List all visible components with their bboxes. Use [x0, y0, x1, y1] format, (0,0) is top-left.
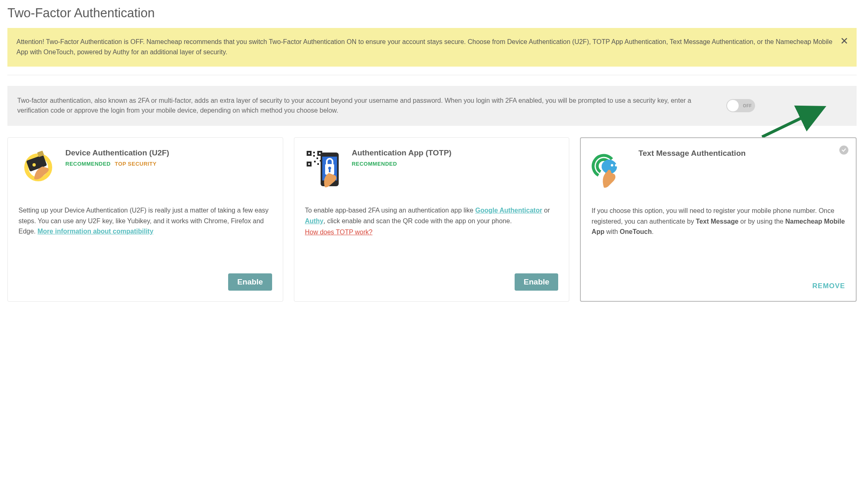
- svg-rect-10: [319, 153, 321, 154]
- badges: RECOMMENDED TOP SECURITY: [65, 161, 169, 167]
- svg-rect-12: [308, 163, 310, 165]
- svg-rect-25: [329, 169, 330, 172]
- svg-point-5: [32, 163, 36, 166]
- sms-bold-text-message: Text Message: [696, 218, 739, 225]
- recommended-badge: RECOMMENDED: [352, 161, 397, 167]
- alert-text: Attention! Two-Factor Authentication is …: [16, 38, 832, 55]
- svg-point-31: [607, 170, 611, 176]
- 2fa-toggle[interactable]: OFF: [726, 99, 755, 112]
- security-alert: Attention! Two-Factor Authentication is …: [7, 28, 857, 67]
- card-body: To enable app-based 2FA using an authent…: [305, 205, 559, 267]
- info-panel: Two-factor authentication, also known as…: [7, 86, 857, 126]
- card-title: Text Message Authentication: [638, 149, 746, 158]
- badges: RECOMMENDED: [352, 161, 452, 167]
- recommended-badge: RECOMMENDED: [65, 161, 111, 167]
- svg-point-28: [611, 164, 613, 166]
- sms-bold-onetouch: OneTouch: [620, 228, 652, 235]
- svg-rect-8: [308, 153, 310, 154]
- card-title: Device Authentication (U2F): [65, 148, 169, 157]
- svg-point-29: [615, 164, 617, 166]
- sms-body-end: .: [652, 228, 654, 235]
- authy-link[interactable]: Authy: [305, 217, 323, 224]
- card-body: Setting up your Device Authentication (U…: [18, 205, 272, 267]
- card-body: If you choose this option, you will need…: [591, 206, 845, 275]
- card-totp: Authentication App (TOTP) RECOMMENDED To…: [294, 137, 570, 302]
- toggle-wrap: OFF: [726, 99, 755, 112]
- svg-rect-14: [313, 155, 315, 157]
- close-icon[interactable]: ✕: [840, 36, 848, 46]
- divider: [7, 75, 857, 75]
- svg-rect-17: [314, 161, 316, 162]
- card-head: Authentication App (TOTP) RECOMMENDED: [305, 148, 559, 190]
- card-head: Text Message Authentication: [591, 149, 845, 190]
- u2f-icon: [18, 148, 56, 186]
- cards-row: Device Authentication (U2F) RECOMMENDED …: [7, 137, 857, 302]
- toggle-knob: [727, 100, 739, 111]
- card-head: Device Authentication (U2F) RECOMMENDED …: [18, 148, 272, 190]
- totp-body-pre: To enable app-based 2FA using an authent…: [305, 207, 476, 214]
- svg-point-30: [619, 164, 621, 166]
- card-actions: Enable: [305, 273, 559, 291]
- enable-totp-button[interactable]: Enable: [515, 273, 558, 291]
- top-security-badge: TOP SECURITY: [115, 161, 157, 167]
- card-title: Authentication App (TOTP): [352, 148, 452, 157]
- svg-rect-13: [313, 152, 315, 153]
- page-title: Two-Factor Authentication: [7, 6, 857, 21]
- card-actions: REMOVE: [591, 282, 845, 290]
- sms-body-mid1: or by using the: [739, 218, 785, 225]
- card-sms: Text Message Authentication If you choos…: [580, 137, 857, 302]
- arrow-icon: [758, 104, 832, 141]
- sms-body-mid2: with: [604, 228, 619, 235]
- selected-check-icon: [839, 146, 848, 155]
- toggle-state: OFF: [743, 104, 752, 108]
- info-text: Two-factor authentication, also known as…: [17, 96, 714, 116]
- svg-rect-18: [317, 163, 319, 165]
- svg-rect-15: [316, 157, 318, 159]
- card-u2f: Device Authentication (U2F) RECOMMENDED …: [7, 137, 283, 302]
- how-totp-link[interactable]: How does TOTP work?: [305, 227, 373, 238]
- card-actions: Enable: [18, 273, 272, 291]
- sms-icon: [591, 149, 629, 190]
- svg-line-0: [762, 107, 824, 137]
- enable-u2f-button[interactable]: Enable: [228, 273, 272, 291]
- remove-sms-button[interactable]: REMOVE: [812, 282, 845, 290]
- totp-body-mid: or: [542, 207, 550, 214]
- compatibility-link[interactable]: More information about compatibility: [37, 228, 153, 235]
- totp-icon: [305, 148, 343, 190]
- google-authenticator-link[interactable]: Google Authenticator: [475, 207, 542, 214]
- totp-body-post: , click enable and scan the QR code with…: [323, 217, 512, 224]
